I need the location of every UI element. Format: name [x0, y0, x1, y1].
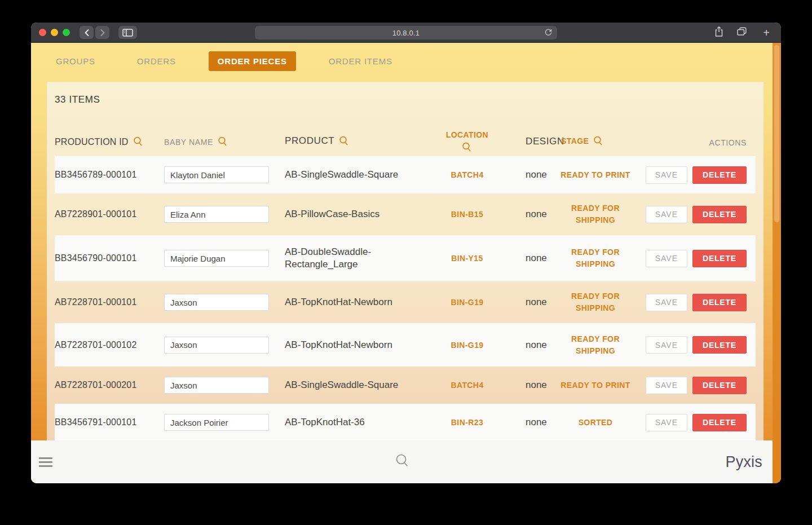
location-label: BATCH4 [417, 381, 518, 390]
stage-label: READY TO PRINT [559, 380, 632, 391]
stage-label: READY FOR SHIPPING [559, 246, 632, 270]
baby-name-cell [164, 337, 285, 354]
baby-name-input[interactable] [164, 294, 269, 311]
scrollbar-thumb[interactable] [774, 45, 780, 223]
save-button[interactable]: SAVE [646, 166, 687, 184]
column-header-stage: STAGE [559, 135, 632, 147]
items-count: 33 ITEMS [55, 82, 756, 105]
reload-icon [544, 28, 553, 37]
design-label: none [518, 253, 559, 264]
search-icon[interactable] [593, 136, 603, 147]
baby-name-input[interactable] [164, 414, 269, 431]
column-header-baby-name: BABY NAME [164, 136, 285, 147]
stage-label: READY TO PRINT [559, 169, 632, 181]
save-button[interactable]: SAVE [646, 206, 687, 223]
baby-name-cell [164, 250, 285, 267]
baby-name-input[interactable] [164, 206, 269, 223]
delete-button[interactable]: DELETE [692, 336, 747, 354]
product-name: AB-SingleSwaddle-Square [285, 379, 417, 391]
location-label: BIN-G19 [417, 341, 518, 350]
search-icon[interactable] [339, 136, 349, 147]
row-actions: SAVE DELETE [632, 250, 756, 267]
window-controls [39, 29, 70, 36]
baby-name-input[interactable] [164, 377, 269, 394]
location-label: BIN-B15 [417, 210, 518, 219]
production-id: AB7228701-000101 [55, 297, 164, 307]
design-label: none [518, 209, 559, 220]
baby-name-cell [164, 206, 285, 223]
search-icon [395, 453, 409, 469]
table-header-row: PRODUCTION IDBABY NAMEPRODUCTLOCATIONDES… [55, 125, 756, 156]
sidebar-toggle-button[interactable] [118, 26, 137, 39]
minimize-button[interactable] [51, 29, 58, 36]
row-actions: SAVE DELETE [632, 336, 756, 354]
delete-button[interactable]: DELETE [692, 206, 747, 223]
delete-button[interactable]: DELETE [692, 250, 747, 267]
baby-name-cell [164, 377, 285, 394]
new-tab-button[interactable]: + [760, 27, 770, 38]
stage-label: READY FOR SHIPPING [559, 333, 632, 357]
product-name: AB-DoubleSwaddle-Rectangle_Large [285, 246, 417, 271]
tab-orders[interactable]: ORDERS [128, 51, 185, 71]
table-body: BB3456789-000101 AB-SingleSwaddle-Square… [55, 156, 756, 441]
save-button[interactable]: SAVE [646, 377, 687, 394]
reload-button[interactable] [544, 28, 553, 39]
location-label: BATCH4 [417, 170, 518, 179]
save-button[interactable]: SAVE [646, 294, 687, 311]
search-icon[interactable] [133, 136, 143, 147]
brand-logo: Pyxis [725, 453, 762, 471]
share-button[interactable] [714, 26, 724, 39]
product-name: AB-PillowCase-Basics [285, 208, 417, 220]
product-name: AB-TopKnotHat-36 [285, 416, 417, 429]
column-header-production-id: PRODUCTION ID [55, 136, 164, 147]
production-id: AB7228701-000102 [55, 340, 164, 350]
tab-order-items[interactable]: ORDER ITEMS [320, 51, 401, 71]
scrollbar-track[interactable] [773, 43, 781, 483]
main-nav: GROUPSORDERSORDER PIECESORDER ITEMS [31, 43, 781, 80]
zoom-button[interactable] [63, 29, 70, 36]
search-icon[interactable] [462, 142, 472, 153]
row-actions: SAVE DELETE [632, 414, 756, 431]
delete-button[interactable]: DELETE [692, 377, 747, 394]
save-button[interactable]: SAVE [646, 414, 687, 431]
delete-button[interactable]: DELETE [692, 414, 747, 431]
column-header-actions: ACTIONS [709, 138, 756, 147]
production-id: BB3456791-000101 [55, 417, 164, 427]
delete-button[interactable]: DELETE [692, 294, 747, 311]
stage-label: READY FOR SHIPPING [559, 202, 632, 226]
search-icon[interactable] [218, 136, 228, 147]
baby-name-cell [164, 414, 285, 431]
menu-button[interactable] [39, 457, 52, 467]
back-button[interactable] [80, 26, 94, 39]
search-button[interactable] [395, 453, 409, 471]
browser-window: 10.8.0.1 + [31, 23, 781, 483]
delete-button[interactable]: DELETE [692, 166, 747, 184]
save-button[interactable]: SAVE [646, 336, 687, 354]
back-icon [83, 29, 90, 37]
design-label: none [518, 297, 559, 308]
design-label: none [518, 169, 559, 180]
baby-name-input[interactable] [164, 337, 269, 354]
save-button[interactable]: SAVE [646, 250, 687, 267]
tab-order-pieces[interactable]: ORDER PIECES [209, 51, 296, 71]
baby-name-input[interactable] [164, 250, 269, 267]
tab-groups[interactable]: GROUPS [47, 51, 104, 71]
menu-icon [39, 457, 52, 459]
address-bar[interactable]: 10.8.0.1 [255, 26, 557, 39]
baby-name-input[interactable] [164, 166, 269, 183]
table-row: AB7228701-000101 AB-TopKnotHat-Newborn B… [55, 284, 756, 321]
column-header-design: DESIGN [518, 136, 559, 147]
share-icon [714, 26, 724, 37]
location-label: BIN-R23 [417, 418, 518, 427]
close-button[interactable] [39, 29, 46, 36]
order-pieces-panel: 33 ITEMS PRODUCTION IDBABY NAMEPRODUCTLO… [47, 82, 764, 483]
production-id: AB7228901-000101 [55, 209, 164, 219]
production-id: BB3456789-000101 [55, 170, 164, 180]
product-name: AB-TopKnotHat-Newborn [285, 296, 417, 308]
forward-button[interactable] [95, 26, 109, 39]
forward-icon [99, 29, 106, 37]
stage-label: READY FOR SHIPPING [559, 290, 632, 314]
stage-label: SORTED [559, 417, 632, 429]
location-label: BIN-G19 [417, 298, 518, 307]
tab-overview-button[interactable] [736, 27, 747, 38]
